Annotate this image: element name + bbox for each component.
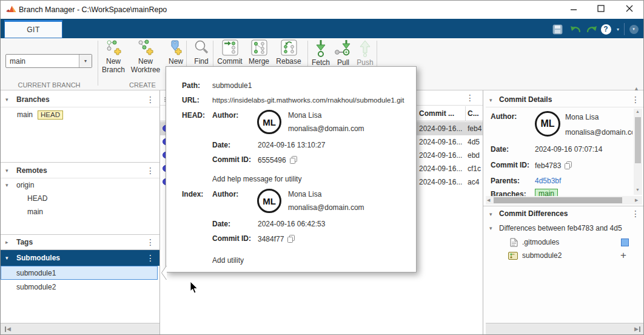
window-title: Branch Manager - C:\WorkSpace\mainRepo: [19, 5, 167, 14]
head-label: HEAD:: [182, 111, 205, 120]
branches-menu-icon[interactable]: ⋮: [146, 95, 155, 104]
submodules-title: Submodules: [16, 254, 60, 262]
sidebar-collapse-strip[interactable]: ◀: [1, 323, 159, 334]
submodule-item-2[interactable]: submodule2: [1, 280, 159, 294]
right-collapse-strip[interactable]: ▶: [486, 323, 644, 334]
history-menu-icon[interactable]: ⋮: [466, 93, 474, 102]
tags-title: Tags: [16, 238, 33, 246]
pull-icon: [334, 39, 353, 57]
section-remotes-header[interactable]: ▾ Remotes ⋮: [1, 163, 159, 178]
scroll-right-icon[interactable]: ▶: [635, 198, 638, 203]
new-worktree-icon: [138, 39, 154, 56]
scroll-up-icon[interactable]: ▲: [636, 109, 640, 113]
scrollbar-thumb[interactable]: [635, 117, 641, 163]
save-icon: [552, 24, 563, 35]
pull-button[interactable]: Pull: [333, 39, 354, 67]
collapse-icon: ▾: [489, 97, 492, 103]
scroll-down-icon[interactable]: ▼: [636, 188, 640, 192]
sidebar: [1, 90, 159, 334]
toolstrip-collapse-button[interactable]: ▾: [628, 22, 640, 36]
column-commit-id[interactable]: C...: [468, 109, 482, 118]
copy-icon[interactable]: [287, 234, 295, 245]
differences-root-node[interactable]: ▾ Differences between feb4783 and 4d5: [486, 223, 644, 235]
panel-collapse-up-icon[interactable]: ▲: [634, 86, 639, 92]
differences-root-label: Differences between feb4783 and 4d5: [499, 224, 643, 232]
avatar: ML: [257, 110, 281, 134]
submodule-tooltip: Path: submodule1 URL: https://insidelabs…: [166, 66, 417, 272]
tab-git[interactable]: GIT: [4, 20, 62, 38]
details-vertical-scrollbar[interactable]: ▲ ▼: [634, 109, 642, 195]
commit-differences-menu-icon[interactable]: ⋮: [631, 209, 640, 218]
fetch-button[interactable]: Fetch: [310, 39, 332, 67]
remote-item-origin[interactable]: ▾ origin: [1, 180, 159, 192]
commit-details-menu-icon[interactable]: ⋮: [631, 95, 640, 104]
collapse-left-icon[interactable]: ◀: [5, 326, 11, 332]
current-branch-value: main: [6, 57, 79, 66]
copy-icon[interactable]: [564, 161, 572, 172]
merge-button[interactable]: Merge: [246, 39, 272, 66]
save-button[interactable]: [550, 22, 565, 36]
author-label: Author:: [491, 112, 517, 121]
tags-menu-icon[interactable]: ⋮: [146, 238, 155, 246]
merge-label: Merge: [249, 58, 269, 66]
commit-details-header[interactable]: ▾ Commit Details ⋮: [486, 93, 644, 107]
commit-differences-header[interactable]: ▾ Commit Differences ⋮: [486, 207, 644, 222]
diff-file-submodule2[interactable]: submodule2 +: [486, 249, 644, 263]
index-commit-id: 3484f77: [258, 234, 295, 245]
chevron-down-icon: ▾: [84, 58, 87, 64]
close-button[interactable]: [619, 1, 640, 16]
submodules-menu-icon[interactable]: ⋮: [146, 254, 155, 262]
copy-icon[interactable]: [289, 155, 298, 166]
scrollbar-thumb[interactable]: [494, 197, 622, 203]
merge-icon: [251, 39, 267, 56]
redo-button[interactable]: [584, 22, 599, 36]
head-author-name: Mona Lisa: [288, 111, 321, 120]
scroll-left-icon[interactable]: ◀: [487, 198, 490, 203]
branches-title: Branches: [16, 95, 50, 104]
head-badge: HEAD: [38, 110, 63, 120]
current-branch-combobox[interactable]: main ▾: [5, 54, 92, 68]
parent-commit-link[interactable]: 4d5b3bf: [535, 177, 561, 185]
help-button[interactable]: ?: [600, 22, 612, 36]
avatar: ML: [257, 189, 281, 213]
commit-id-value: feb4783: [535, 161, 572, 172]
help-icon: ?: [601, 24, 611, 35]
author-label: Author:: [212, 111, 238, 120]
path-label: Path:: [182, 81, 200, 90]
help-dropdown[interactable]: ▾: [613, 22, 623, 36]
submodule-item-1-selected[interactable]: submodule1: [1, 266, 158, 280]
new-branch-button[interactable]: New Branch: [99, 39, 128, 75]
remotes-menu-icon[interactable]: ⋮: [146, 166, 155, 175]
commit-id-label: Commit ID:: [212, 155, 251, 164]
column-commit-date[interactable]: Commit ...: [419, 109, 463, 118]
avatar: ML: [535, 111, 560, 137]
remote-item-head[interactable]: HEAD: [27, 194, 47, 203]
find-button[interactable]: Find: [190, 39, 213, 66]
search-icon: [193, 39, 210, 56]
collapse-right-icon[interactable]: ▶: [634, 326, 640, 332]
index-label: Index:: [182, 190, 203, 198]
head-commit-id: 6555496: [258, 155, 298, 166]
combobox-dropdown-button[interactable]: ▾: [79, 55, 92, 67]
branch-item-main[interactable]: mainHEAD: [17, 110, 63, 120]
section-branches-header[interactable]: ▾ Branches ⋮: [1, 92, 159, 107]
rebase-button[interactable]: Rebase: [275, 39, 303, 66]
commit-button[interactable]: Commit: [216, 39, 243, 66]
commit-details-title: Commit Details: [499, 95, 552, 104]
push-button[interactable]: Push: [355, 39, 375, 67]
url-value: https://insidelabs-git.mathworks.com/rna…: [212, 96, 404, 104]
remote-item-main[interactable]: main: [27, 208, 43, 216]
details-horizontal-scrollbar[interactable]: ◀ ▶: [486, 196, 642, 205]
section-tags-header[interactable]: ▸ Tags ⋮: [1, 235, 159, 250]
undo-button[interactable]: [568, 22, 583, 36]
collapse-icon: ▾: [5, 96, 8, 103]
diff-file-gitmodules[interactable]: .gitmodules: [486, 236, 644, 249]
mouse-cursor: [190, 281, 198, 296]
remotes-title: Remotes: [16, 166, 47, 175]
collapse-icon: ▾: [5, 255, 8, 261]
diff-file-name: .gitmodules: [522, 238, 559, 246]
maximize-button[interactable]: [591, 1, 611, 16]
section-submodules-header[interactable]: ▾ Submodules ⋮: [1, 250, 159, 266]
new-worktree-button[interactable]: New Worktree: [129, 39, 162, 75]
minimize-button[interactable]: [563, 1, 584, 16]
